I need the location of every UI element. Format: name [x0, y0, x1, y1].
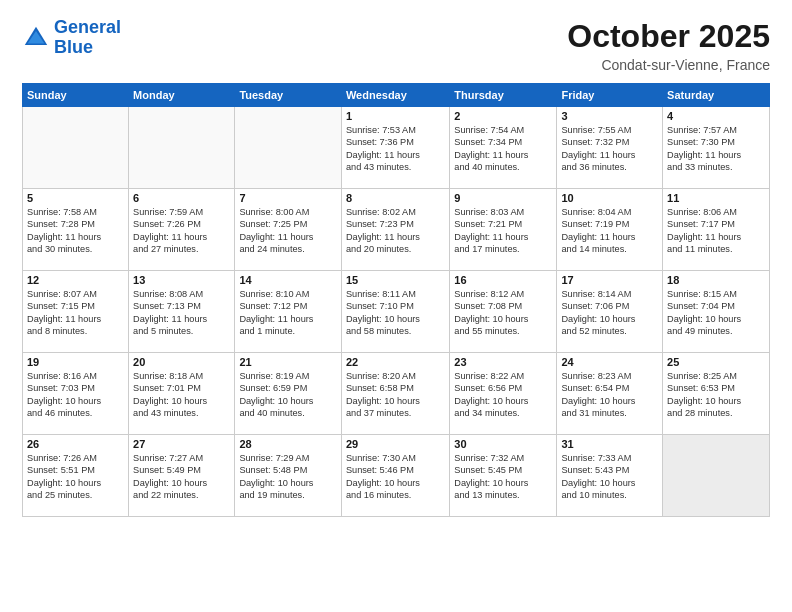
calendar-cell: 6Sunrise: 7:59 AM Sunset: 7:26 PM Daylig…: [129, 189, 235, 271]
day-number: 1: [346, 110, 445, 122]
day-number: 15: [346, 274, 445, 286]
day-number: 5: [27, 192, 124, 204]
weekday-sunday: Sunday: [23, 84, 129, 107]
day-info: Sunrise: 8:04 AM Sunset: 7:19 PM Dayligh…: [561, 206, 658, 256]
day-info: Sunrise: 8:15 AM Sunset: 7:04 PM Dayligh…: [667, 288, 765, 338]
day-info: Sunrise: 7:29 AM Sunset: 5:48 PM Dayligh…: [239, 452, 337, 502]
day-info: Sunrise: 7:26 AM Sunset: 5:51 PM Dayligh…: [27, 452, 124, 502]
day-number: 12: [27, 274, 124, 286]
calendar-cell: 15Sunrise: 8:11 AM Sunset: 7:10 PM Dayli…: [341, 271, 449, 353]
day-number: 21: [239, 356, 337, 368]
calendar-cell: 27Sunrise: 7:27 AM Sunset: 5:49 PM Dayli…: [129, 435, 235, 517]
header: General Blue October 2025 Condat-sur-Vie…: [22, 18, 770, 73]
day-info: Sunrise: 8:00 AM Sunset: 7:25 PM Dayligh…: [239, 206, 337, 256]
day-number: 31: [561, 438, 658, 450]
weekday-wednesday: Wednesday: [341, 84, 449, 107]
calendar-cell: 13Sunrise: 8:08 AM Sunset: 7:13 PM Dayli…: [129, 271, 235, 353]
logo-line2: Blue: [54, 37, 93, 57]
day-info: Sunrise: 8:10 AM Sunset: 7:12 PM Dayligh…: [239, 288, 337, 338]
calendar-cell: 21Sunrise: 8:19 AM Sunset: 6:59 PM Dayli…: [235, 353, 342, 435]
week-row-1: 1Sunrise: 7:53 AM Sunset: 7:36 PM Daylig…: [23, 107, 770, 189]
week-row-5: 26Sunrise: 7:26 AM Sunset: 5:51 PM Dayli…: [23, 435, 770, 517]
day-info: Sunrise: 7:27 AM Sunset: 5:49 PM Dayligh…: [133, 452, 230, 502]
day-number: 25: [667, 356, 765, 368]
calendar-cell: 5Sunrise: 7:58 AM Sunset: 7:28 PM Daylig…: [23, 189, 129, 271]
calendar-cell: 9Sunrise: 8:03 AM Sunset: 7:21 PM Daylig…: [450, 189, 557, 271]
calendar-cell: 16Sunrise: 8:12 AM Sunset: 7:08 PM Dayli…: [450, 271, 557, 353]
calendar-cell: 20Sunrise: 8:18 AM Sunset: 7:01 PM Dayli…: [129, 353, 235, 435]
calendar-cell: 2Sunrise: 7:54 AM Sunset: 7:34 PM Daylig…: [450, 107, 557, 189]
calendar-cell: 18Sunrise: 8:15 AM Sunset: 7:04 PM Dayli…: [663, 271, 770, 353]
day-number: 17: [561, 274, 658, 286]
day-info: Sunrise: 8:16 AM Sunset: 7:03 PM Dayligh…: [27, 370, 124, 420]
calendar-cell: 25Sunrise: 8:25 AM Sunset: 6:53 PM Dayli…: [663, 353, 770, 435]
calendar-cell: 14Sunrise: 8:10 AM Sunset: 7:12 PM Dayli…: [235, 271, 342, 353]
day-info: Sunrise: 7:53 AM Sunset: 7:36 PM Dayligh…: [346, 124, 445, 174]
day-info: Sunrise: 7:30 AM Sunset: 5:46 PM Dayligh…: [346, 452, 445, 502]
logo-line1: General: [54, 17, 121, 37]
weekday-thursday: Thursday: [450, 84, 557, 107]
day-info: Sunrise: 8:08 AM Sunset: 7:13 PM Dayligh…: [133, 288, 230, 338]
day-number: 10: [561, 192, 658, 204]
day-number: 14: [239, 274, 337, 286]
day-info: Sunrise: 7:57 AM Sunset: 7:30 PM Dayligh…: [667, 124, 765, 174]
day-number: 7: [239, 192, 337, 204]
day-number: 22: [346, 356, 445, 368]
calendar-cell: 17Sunrise: 8:14 AM Sunset: 7:06 PM Dayli…: [557, 271, 663, 353]
calendar-cell: [23, 107, 129, 189]
day-info: Sunrise: 7:32 AM Sunset: 5:45 PM Dayligh…: [454, 452, 552, 502]
day-number: 29: [346, 438, 445, 450]
week-row-4: 19Sunrise: 8:16 AM Sunset: 7:03 PM Dayli…: [23, 353, 770, 435]
calendar-cell: 31Sunrise: 7:33 AM Sunset: 5:43 PM Dayli…: [557, 435, 663, 517]
day-number: 8: [346, 192, 445, 204]
day-info: Sunrise: 8:12 AM Sunset: 7:08 PM Dayligh…: [454, 288, 552, 338]
calendar-cell: 12Sunrise: 8:07 AM Sunset: 7:15 PM Dayli…: [23, 271, 129, 353]
calendar-cell: 7Sunrise: 8:00 AM Sunset: 7:25 PM Daylig…: [235, 189, 342, 271]
calendar-cell: 26Sunrise: 7:26 AM Sunset: 5:51 PM Dayli…: [23, 435, 129, 517]
day-number: 26: [27, 438, 124, 450]
day-info: Sunrise: 7:55 AM Sunset: 7:32 PM Dayligh…: [561, 124, 658, 174]
day-number: 18: [667, 274, 765, 286]
calendar-cell: [663, 435, 770, 517]
day-info: Sunrise: 8:06 AM Sunset: 7:17 PM Dayligh…: [667, 206, 765, 256]
day-info: Sunrise: 7:33 AM Sunset: 5:43 PM Dayligh…: [561, 452, 658, 502]
day-info: Sunrise: 8:14 AM Sunset: 7:06 PM Dayligh…: [561, 288, 658, 338]
day-number: 3: [561, 110, 658, 122]
day-number: 20: [133, 356, 230, 368]
day-info: Sunrise: 7:59 AM Sunset: 7:26 PM Dayligh…: [133, 206, 230, 256]
calendar-cell: 10Sunrise: 8:04 AM Sunset: 7:19 PM Dayli…: [557, 189, 663, 271]
day-info: Sunrise: 7:54 AM Sunset: 7:34 PM Dayligh…: [454, 124, 552, 174]
day-info: Sunrise: 8:18 AM Sunset: 7:01 PM Dayligh…: [133, 370, 230, 420]
week-row-2: 5Sunrise: 7:58 AM Sunset: 7:28 PM Daylig…: [23, 189, 770, 271]
logo: General Blue: [22, 18, 121, 58]
calendar-cell: 28Sunrise: 7:29 AM Sunset: 5:48 PM Dayli…: [235, 435, 342, 517]
day-number: 28: [239, 438, 337, 450]
day-info: Sunrise: 8:02 AM Sunset: 7:23 PM Dayligh…: [346, 206, 445, 256]
calendar-cell: 30Sunrise: 7:32 AM Sunset: 5:45 PM Dayli…: [450, 435, 557, 517]
calendar-cell: 23Sunrise: 8:22 AM Sunset: 6:56 PM Dayli…: [450, 353, 557, 435]
day-number: 23: [454, 356, 552, 368]
calendar-cell: 4Sunrise: 7:57 AM Sunset: 7:30 PM Daylig…: [663, 107, 770, 189]
day-info: Sunrise: 8:11 AM Sunset: 7:10 PM Dayligh…: [346, 288, 445, 338]
day-info: Sunrise: 8:23 AM Sunset: 6:54 PM Dayligh…: [561, 370, 658, 420]
day-info: Sunrise: 8:19 AM Sunset: 6:59 PM Dayligh…: [239, 370, 337, 420]
logo-text: General Blue: [54, 18, 121, 58]
day-number: 13: [133, 274, 230, 286]
calendar-cell: 29Sunrise: 7:30 AM Sunset: 5:46 PM Dayli…: [341, 435, 449, 517]
logo-icon: [22, 24, 50, 52]
week-row-3: 12Sunrise: 8:07 AM Sunset: 7:15 PM Dayli…: [23, 271, 770, 353]
day-number: 27: [133, 438, 230, 450]
calendar-cell: 24Sunrise: 8:23 AM Sunset: 6:54 PM Dayli…: [557, 353, 663, 435]
calendar-cell: [129, 107, 235, 189]
title-section: October 2025 Condat-sur-Vienne, France: [567, 18, 770, 73]
day-number: 4: [667, 110, 765, 122]
day-number: 24: [561, 356, 658, 368]
calendar-cell: 1Sunrise: 7:53 AM Sunset: 7:36 PM Daylig…: [341, 107, 449, 189]
day-number: 9: [454, 192, 552, 204]
day-info: Sunrise: 8:22 AM Sunset: 6:56 PM Dayligh…: [454, 370, 552, 420]
month-title: October 2025: [567, 18, 770, 55]
day-number: 30: [454, 438, 552, 450]
weekday-header-row: SundayMondayTuesdayWednesdayThursdayFrid…: [23, 84, 770, 107]
day-number: 6: [133, 192, 230, 204]
page: General Blue October 2025 Condat-sur-Vie…: [0, 0, 792, 612]
